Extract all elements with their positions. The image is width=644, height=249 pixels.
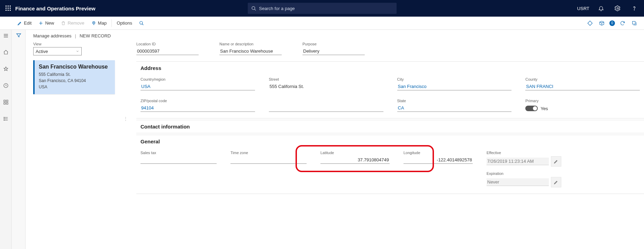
view-value: Active (36, 49, 48, 54)
timezone-label: Time zone (230, 151, 307, 155)
notifications-icon[interactable] (594, 0, 608, 17)
county-field[interactable] (525, 83, 640, 90)
county-label: County (525, 77, 640, 81)
svg-rect-3 (6, 8, 7, 9)
filter-icon[interactable] (16, 33, 21, 249)
expiration-label: Expiration (487, 171, 577, 176)
remove-label: Remove (67, 20, 84, 26)
breadcrumb-main[interactable]: Manage addresses (33, 33, 72, 38)
location-id-field[interactable] (136, 47, 199, 55)
svg-point-9 (252, 6, 255, 9)
section-contact-header[interactable]: Contact information (136, 120, 644, 133)
location-id-label: Location ID (136, 42, 199, 46)
diamond-icon[interactable] (586, 19, 594, 27)
edit-button[interactable]: Edit (14, 17, 35, 30)
street-extra-field[interactable] (269, 104, 383, 112)
chevron-down-icon (76, 49, 79, 54)
svg-rect-26 (4, 103, 6, 104)
remove-button: Remove (57, 17, 88, 30)
svg-line-10 (254, 9, 256, 10)
attachment-count-badge[interactable]: 0 (609, 20, 615, 26)
city-label: City (397, 77, 512, 81)
box-icon[interactable] (598, 19, 606, 27)
svg-line-18 (142, 24, 144, 25)
filter-rail (12, 30, 26, 249)
gear-icon[interactable] (611, 0, 625, 17)
page-content: Manage addresses | NEW RECORD View Activ… (26, 30, 644, 249)
latitude-field[interactable] (320, 156, 390, 164)
effective-label: Effective (487, 151, 577, 155)
primary-label: Primary (525, 99, 640, 103)
view-label: View (33, 42, 115, 46)
global-search[interactable]: Search for a page (248, 3, 397, 14)
recent-icon[interactable] (0, 80, 12, 91)
section-contact: Contact information (136, 120, 644, 133)
modules-icon[interactable] (0, 114, 12, 124)
toolbar-search-icon[interactable] (136, 17, 147, 30)
purpose-label: Purpose (302, 42, 365, 46)
longitude-label: Longitude (403, 151, 473, 155)
popout-icon[interactable] (630, 19, 638, 27)
new-button[interactable]: New (35, 17, 57, 30)
effective-edit-button[interactable] (551, 156, 561, 167)
splitter-handle[interactable]: ⋮ (125, 42, 127, 195)
svg-rect-5 (10, 8, 11, 9)
edit-label: Edit (24, 20, 31, 26)
purpose-field[interactable] (302, 47, 365, 55)
section-address-header[interactable]: Address (136, 62, 644, 74)
map-label: Map (98, 20, 107, 26)
svg-point-31 (4, 117, 4, 117)
section-address: Address Country/region Street (136, 61, 644, 118)
salestax-field[interactable] (140, 156, 217, 164)
map-button[interactable]: Map (88, 17, 110, 30)
home-icon[interactable] (0, 47, 12, 57)
hamburger-icon[interactable] (0, 30, 12, 41)
svg-point-12 (634, 10, 634, 10)
zip-field[interactable] (140, 104, 255, 112)
card-line2: San Francisco, CA 94104 (39, 78, 111, 84)
refresh-icon[interactable] (618, 19, 627, 27)
svg-point-33 (4, 120, 4, 120)
expiration-field (487, 178, 549, 186)
timezone-field[interactable] (230, 156, 307, 164)
app-title: Finance and Operations Preview (15, 6, 96, 11)
search-icon (251, 6, 256, 11)
svg-rect-1 (8, 6, 9, 7)
help-icon[interactable] (627, 0, 641, 17)
card-title: San Francisco Warehouse (39, 64, 111, 70)
street-extra-label (269, 99, 383, 103)
longitude-field[interactable] (403, 156, 473, 164)
svg-point-17 (140, 21, 143, 24)
left-nav-rail (0, 30, 12, 249)
name-field[interactable] (219, 47, 282, 55)
waffle-icon[interactable] (3, 3, 14, 14)
options-button[interactable]: Options (113, 17, 136, 30)
state-field[interactable] (397, 104, 512, 112)
primary-value: Yes (541, 106, 548, 111)
svg-point-11 (617, 8, 619, 9)
street-label: Street (269, 77, 383, 81)
workspaces-icon[interactable] (0, 97, 12, 107)
country-field[interactable] (140, 83, 255, 90)
expiration-edit-button[interactable] (551, 177, 561, 187)
latitude-label: Latitude (320, 151, 390, 155)
svg-rect-8 (10, 10, 11, 11)
view-select[interactable]: Active (33, 47, 82, 55)
salestax-label: Sales tax (140, 151, 217, 155)
user-label[interactable]: USRT (577, 6, 589, 11)
svg-rect-25 (6, 100, 8, 102)
city-field[interactable] (397, 83, 512, 90)
top-navbar: Finance and Operations Preview Search fo… (0, 0, 644, 17)
primary-toggle[interactable] (525, 106, 538, 111)
country-label: Country/region (140, 77, 255, 81)
address-card[interactable]: San Francisco Warehouse 555 California S… (33, 60, 115, 94)
svg-rect-24 (4, 100, 6, 102)
street-field[interactable] (269, 83, 383, 90)
svg-rect-2 (10, 6, 11, 7)
action-toolbar: Edit New Remove Map Options 0 (0, 17, 644, 30)
star-icon[interactable] (0, 64, 12, 74)
svg-point-16 (93, 22, 94, 23)
section-general-header[interactable]: General (136, 135, 644, 148)
breadcrumb-record: NEW RECORD (80, 33, 111, 38)
svg-rect-6 (6, 10, 7, 11)
